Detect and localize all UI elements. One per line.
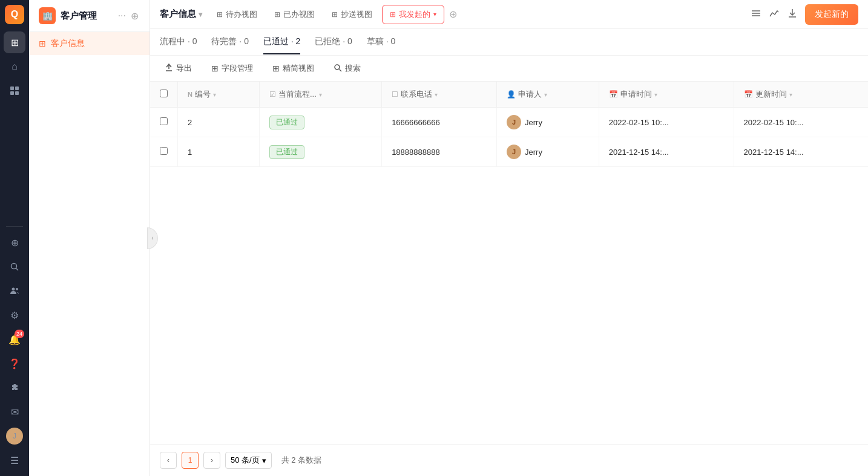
svg-line-5	[16, 269, 19, 271]
table-row[interactable]: 2 已通过 16666666666 J Jerry	[150, 108, 868, 137]
sidebar-icon-settings[interactable]: ⚙	[4, 304, 25, 326]
sidebar-icon-apps[interactable]	[4, 80, 25, 102]
row-1-avatar: J	[507, 115, 521, 129]
page-title-arrow[interactable]: ▾	[199, 10, 202, 19]
main-area: 🏢 客户管理 ··· ⊕ ⊞ 客户信息 ‹ 客户信息 ▾	[29, 0, 868, 476]
filter-tabs: 流程中 · 0 待完善 · 0 已通过 · 2 已拒绝 ·	[150, 29, 868, 56]
row-1-applicant: J Jerry	[497, 108, 599, 137]
prev-page-button[interactable]: ‹	[160, 452, 177, 469]
module-item-icon: ⊞	[39, 39, 46, 48]
svg-rect-2	[10, 91, 14, 95]
view-tab-mine-arrow[interactable]: ▾	[433, 11, 436, 18]
select-all-header[interactable]	[150, 82, 178, 108]
left-sidebar: Q ⊞ ⌂ ⊕ ⚙ 🔔 24 ❓ ✉	[0, 0, 29, 476]
data-table-container: N 编号 ▾ ☑ 当前流程... ▾	[150, 82, 868, 444]
sidebar-icon-mail[interactable]: ✉	[4, 401, 25, 423]
svg-rect-3	[15, 91, 19, 95]
col-number-sort[interactable]: ▾	[213, 91, 216, 98]
row-1-number: 2	[178, 108, 260, 137]
row-2-checkbox[interactable]	[160, 147, 168, 155]
select-all-checkbox[interactable]	[160, 90, 168, 97]
sidebar-icon-help[interactable]: ❓	[4, 353, 25, 374]
sidebar-icon-grid[interactable]: ⊞	[4, 31, 25, 53]
row-1-checkbox[interactable]	[160, 117, 168, 125]
new-button[interactable]: 发起新的	[805, 4, 858, 25]
view-tab-done[interactable]: ⊞ 已办视图	[267, 5, 322, 24]
search-button[interactable]: 搜索	[329, 60, 366, 76]
svg-point-4	[12, 264, 17, 269]
row-1-update-time: 2022-02-15 10:...	[734, 108, 868, 137]
col-apply-time-icon: 📅	[609, 90, 618, 99]
export-icon	[165, 64, 173, 74]
row-2-applicant-name: Jerry	[525, 148, 542, 157]
module-more-icon[interactable]: ···	[117, 9, 127, 23]
sidebar-icon-home[interactable]: ⌂	[4, 56, 25, 77]
view-info-icon[interactable]: ⊕	[449, 8, 457, 20]
filter-tab-approved[interactable]: 已通过 · 2	[263, 30, 300, 54]
col-applicant-label: 申请人	[518, 89, 542, 100]
sidebar-icon-add[interactable]: ⊕	[4, 232, 25, 253]
col-applicant-sort[interactable]: ▾	[544, 91, 547, 98]
svg-rect-0	[10, 86, 14, 90]
list-view-icon[interactable]	[751, 8, 761, 21]
module-add-icon[interactable]: ⊕	[130, 9, 140, 23]
table-row[interactable]: 1 已通过 18888888888 J Jerry	[150, 137, 868, 167]
view-tab-pending-label: 待办视图	[226, 9, 257, 20]
export-nav-icon[interactable]	[787, 8, 798, 21]
app-logo[interactable]: Q	[5, 5, 24, 24]
export-label: 导出	[176, 63, 192, 74]
col-header-update-time: 📅 更新时间 ▾	[734, 82, 868, 108]
view-tab-mine[interactable]: ⊞ 我发起的 ▾	[382, 5, 444, 24]
page-total: 共 2 条数据	[281, 455, 321, 466]
module-header-title: 客户管理	[61, 10, 97, 22]
col-update-time-sort[interactable]: ▾	[789, 91, 792, 98]
next-page-button[interactable]: ›	[203, 452, 220, 469]
row-1-phone: 16666666666	[382, 108, 497, 137]
field-manage-label: 字段管理	[222, 63, 253, 74]
col-update-time-label: 更新时间	[755, 89, 787, 100]
col-flow-sort[interactable]: ▾	[319, 91, 322, 98]
filter-tab-in-progress[interactable]: 流程中 · 0	[160, 30, 197, 54]
filter-tab-draft[interactable]: 草稿 · 0	[367, 30, 395, 54]
sidebar-icon-menu-expand[interactable]: ☰	[4, 449, 25, 471]
module-item-customer-info[interactable]: ⊞ 客户信息	[29, 32, 150, 55]
field-manage-button[interactable]: ⊞ 字段管理	[206, 60, 258, 76]
col-apply-time-sort[interactable]: ▾	[654, 91, 657, 98]
col-number-label: 编号	[195, 89, 211, 100]
row-2-checkbox-cell[interactable]	[150, 137, 178, 167]
table-body: 2 已通过 16666666666 J Jerry	[150, 108, 868, 167]
row-2-applicant: J Jerry	[497, 137, 599, 167]
col-phone-sort[interactable]: ▾	[435, 91, 438, 98]
sidebar-icon-search[interactable]	[4, 256, 25, 278]
filter-tab-rejected[interactable]: 已拒绝 · 0	[315, 30, 352, 54]
view-tab-pending-icon: ⊞	[217, 10, 223, 19]
view-tab-pending[interactable]: ⊞ 待办视图	[209, 5, 265, 24]
sidebar-icon-avatar[interactable]: J	[4, 425, 25, 447]
view-tab-cc[interactable]: ⊞ 抄送视图	[324, 5, 380, 24]
simple-view-button[interactable]: ⊞ 精简视图	[268, 60, 319, 76]
sidebar-icon-bell[interactable]: 🔔 24	[4, 328, 25, 350]
simple-view-icon: ⊞	[272, 64, 280, 73]
sidebar-icon-people[interactable]	[4, 280, 25, 302]
current-page-button[interactable]: 1	[182, 452, 199, 469]
module-sidebar: 🏢 客户管理 ··· ⊕ ⊞ 客户信息	[29, 0, 150, 476]
filter-tab-pending[interactable]: 待完善 · 0	[211, 30, 248, 54]
col-apply-time-label: 申请时间	[620, 89, 652, 100]
row-1-checkbox-cell[interactable]	[150, 108, 178, 137]
row-1-flow: 已通过	[259, 108, 381, 137]
svg-point-7	[16, 288, 18, 290]
page-size-arrow: ▾	[262, 456, 266, 465]
row-2-applicant-cell: J Jerry	[507, 145, 589, 159]
col-phone-icon: ☐	[392, 90, 398, 99]
field-manage-icon: ⊞	[211, 64, 219, 73]
view-tab-mine-label: 我发起的	[399, 9, 430, 20]
view-tab-done-icon: ⊞	[274, 10, 280, 19]
module-header-actions: ··· ⊕	[117, 9, 140, 23]
sidebar-icon-plugin[interactable]	[4, 377, 25, 399]
export-button[interactable]: 导出	[160, 60, 197, 76]
row-1-applicant-name: Jerry	[525, 118, 542, 127]
pagination: ‹ 1 › 50 条/页 ▾ 共 2 条数据	[150, 444, 868, 476]
page-size-select[interactable]: 50 条/页 ▾	[225, 452, 272, 469]
chart-view-icon[interactable]	[769, 8, 780, 21]
module-header-icon: 🏢	[39, 7, 56, 24]
